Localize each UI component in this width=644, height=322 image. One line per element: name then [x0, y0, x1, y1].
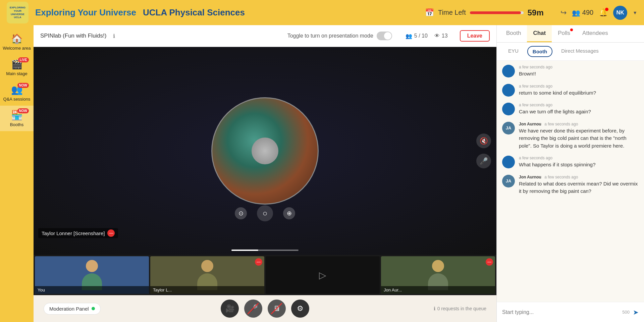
thumbnails-row: You Taylor L... — ▷: [34, 255, 496, 295]
logo-text: EXPLORINGYOURUNIVERSEUCLA: [10, 6, 25, 19]
sidebar-mainstage-label: Main stage: [6, 71, 28, 76]
thumbnail-jon[interactable]: Jon Aur... —: [381, 256, 495, 294]
taylor-mute-icon: —: [255, 258, 262, 266]
chat-message-4: JA Jon Aurnou a few seconds ago We have …: [502, 122, 639, 150]
app-title: Exploring Your Universe: [35, 7, 136, 18]
top-bar: EXPLORINGYOURUNIVERSEUCLA Exploring Your…: [0, 0, 644, 25]
sidebar: 🏠 Welcome area LIVE 🎬 Main stage NOW 👥 Q…: [0, 25, 34, 322]
jon-avatar-1: JA: [502, 122, 515, 135]
volume-button[interactable]: 🔇: [476, 133, 491, 148]
org-title: UCLA Physical Sciences: [143, 7, 245, 18]
now-badge-booths: NOW: [17, 108, 29, 113]
people-icon-small: 👥: [406, 33, 412, 39]
chat-tab-label: Chat: [533, 30, 546, 36]
chat-message-1: a few seconds ago Brown!!: [502, 65, 639, 78]
attendees-tab-label: Attendees: [582, 30, 608, 36]
message-timestamp-2: a few seconds ago: [519, 84, 552, 89]
settings-button[interactable]: ⚙: [291, 300, 309, 318]
video-progress-bar[interactable]: [231, 250, 299, 251]
message-content-3: a few seconds ago Can we turn off the li…: [519, 103, 639, 116]
message-text-5: What happens if it stops spinning?: [519, 161, 639, 169]
calendar-icon: 📅: [425, 8, 434, 17]
chevron-down-icon[interactable]: ▼: [633, 10, 637, 15]
screen-share-button[interactable]: 🖥: [268, 300, 286, 318]
taylor-label: Taylor L...: [150, 286, 264, 294]
screenshare-video: ⊙ ○ ⊕: [34, 47, 496, 255]
thumbnail-you[interactable]: You: [35, 256, 149, 294]
time-progress-bar: [470, 11, 524, 14]
message-content-2: a few seconds ago return to some kind of…: [519, 84, 639, 97]
right-panel: Booth Chat Polls Attendees EYU Booth Dir…: [496, 25, 644, 322]
people-icon: 👥: [572, 9, 580, 17]
right-panel-tabs: Booth Chat Polls Attendees: [497, 25, 644, 43]
notification-bell[interactable]: 🔔: [599, 8, 608, 17]
capture-icon[interactable]: ○: [257, 205, 273, 221]
message-text-4: We have never done this experiment befor…: [519, 127, 639, 150]
moderation-active-dot: [92, 307, 95, 310]
exit-icon[interactable]: ↪: [560, 8, 567, 17]
home-icon: 🏠: [11, 33, 23, 44]
video-area: SPINlab (Fun with Fluids!) ℹ Toggle to t…: [34, 25, 496, 322]
sidebar-item-qa[interactable]: NOW 👥 Q&A sessions: [0, 80, 34, 106]
anon-avatar-2: [502, 84, 515, 97]
experiment-center: [252, 138, 278, 164]
bottom-controls: Moderation Panel 🎥 🎤 🖥 ⚙ ℹ 0 requests in…: [34, 295, 496, 322]
thumbnail-taylor[interactable]: Taylor L... —: [150, 256, 264, 294]
info-icon[interactable]: ℹ: [113, 33, 115, 39]
dm-label: Direct Messages: [561, 48, 599, 54]
time-section: 📅 Time Left 59m: [425, 8, 544, 17]
queue-icon: ℹ: [434, 306, 435, 311]
tab-polls[interactable]: Polls: [552, 25, 576, 42]
sidebar-item-welcome[interactable]: 🏠 Welcome area: [0, 29, 34, 55]
video-header: SPINlab (Fun with Fluids!) ℹ Toggle to t…: [34, 25, 496, 47]
camera-mode-icon[interactable]: ⊙: [235, 207, 247, 219]
switch-camera-icon[interactable]: ⊕: [283, 207, 295, 219]
sidebar-item-main-stage[interactable]: LIVE 🎬 Main stage: [0, 55, 34, 80]
message-sender-6: Jon Aurnou: [519, 175, 541, 179]
progress-fill: [231, 250, 258, 251]
stop-screenshare-button[interactable]: —: [107, 229, 115, 237]
you-label: You: [35, 286, 149, 294]
app-logo[interactable]: EXPLORINGYOURUNIVERSEUCLA: [7, 2, 29, 23]
message-timestamp-5: a few seconds ago: [519, 156, 552, 160]
leave-button[interactable]: Leave: [460, 30, 490, 42]
chat-message-6: JA Jon Aurnou a few seconds ago Related …: [502, 175, 639, 195]
mic-button[interactable]: 🎤: [476, 154, 491, 168]
message-meta-3: a few seconds ago: [519, 103, 639, 107]
moderation-panel-button[interactable]: Moderation Panel: [44, 303, 101, 315]
avatar-initials: NK: [616, 10, 624, 16]
video-side-controls: 🔇 🎤: [476, 133, 491, 168]
presentation-toggle-switch[interactable]: [377, 32, 392, 40]
chat-input[interactable]: [502, 309, 619, 315]
message-content-1: a few seconds ago Brown!!: [519, 65, 639, 78]
message-meta-5: a few seconds ago: [519, 156, 639, 160]
toggle-knob: [384, 32, 391, 40]
booth-subtab-label: Booth: [533, 49, 547, 54]
camera-toggle-button[interactable]: 🎥: [221, 300, 239, 318]
subtab-eyu[interactable]: EYU: [503, 46, 523, 57]
tab-chat[interactable]: Chat: [527, 25, 552, 42]
screenshare-name: Taylor Lonner [Screenshare]: [42, 230, 105, 236]
tab-attendees[interactable]: Attendees: [576, 25, 614, 42]
anon-avatar-1: [502, 65, 515, 77]
polls-notification-dot: [570, 29, 573, 31]
message-text-1: Brown!!: [519, 70, 639, 78]
attendee-number: 490: [582, 9, 593, 16]
chat-message-2: a few seconds ago return to some kind of…: [502, 84, 639, 97]
message-timestamp-3: a few seconds ago: [519, 103, 552, 107]
tab-booth[interactable]: Booth: [500, 25, 527, 42]
subtab-dm[interactable]: Direct Messages: [556, 46, 603, 57]
subtab-booth[interactable]: Booth: [527, 46, 552, 57]
mic-toggle-button[interactable]: 🎤: [244, 300, 262, 318]
main-video: ⊙ ○ ⊕ 🔇 🎤 Taylor Lonner [Screenshare] —: [34, 47, 496, 255]
sidebar-item-booths[interactable]: NOW 🏪 Booths: [0, 106, 34, 131]
thumbnail-empty[interactable]: ▷: [266, 256, 380, 294]
message-sender-4: Jon Aurnou: [519, 122, 541, 126]
message-content-6: Jon Aurnou a few seconds ago Related to …: [519, 175, 639, 195]
send-button[interactable]: ➤: [633, 308, 639, 316]
presentation-label: Toggle to turn on presentation mode: [287, 33, 373, 39]
message-content-5: a few seconds ago What happens if it sto…: [519, 156, 639, 169]
message-text-3: Can we turn off the lights again?: [519, 108, 639, 116]
queue-info: ℹ 0 requests in the queue: [434, 306, 486, 311]
user-avatar[interactable]: NK: [613, 6, 627, 20]
